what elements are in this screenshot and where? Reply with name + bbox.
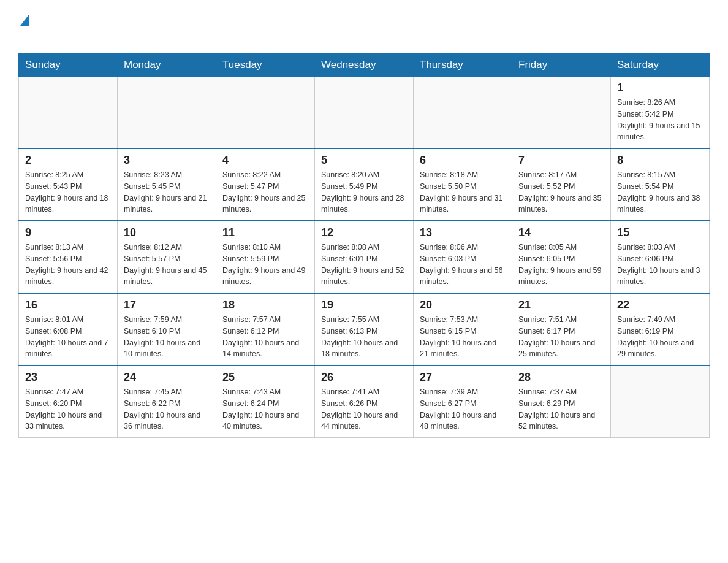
calendar-cell — [19, 77, 118, 149]
calendar-week-row: 16Sunrise: 8:01 AMSunset: 6:08 PMDayligh… — [19, 293, 710, 366]
day-of-week-header: Saturday — [611, 54, 710, 77]
calendar-cell: 9Sunrise: 8:13 AMSunset: 5:56 PMDaylight… — [19, 221, 118, 293]
day-number: 25 — [222, 371, 308, 384]
calendar-cell — [611, 366, 710, 438]
day-info: Sunrise: 8:18 AMSunset: 5:50 PMDaylight:… — [420, 169, 506, 215]
calendar-cell — [216, 77, 315, 149]
calendar-cell: 5Sunrise: 8:20 AMSunset: 5:49 PMDaylight… — [315, 148, 414, 221]
day-info: Sunrise: 8:13 AMSunset: 5:56 PMDaylight:… — [25, 242, 111, 288]
calendar-cell: 14Sunrise: 8:05 AMSunset: 6:05 PMDayligh… — [512, 221, 611, 293]
day-of-week-header: Sunday — [19, 54, 118, 77]
day-number: 13 — [420, 226, 506, 239]
calendar-cell: 10Sunrise: 8:12 AMSunset: 5:57 PMDayligh… — [118, 221, 216, 293]
day-number: 18 — [222, 299, 308, 312]
day-of-week-header: Tuesday — [216, 54, 315, 77]
day-of-week-header: Thursday — [414, 54, 512, 77]
day-info: Sunrise: 7:37 AMSunset: 6:29 PMDaylight:… — [518, 386, 604, 432]
day-info: Sunrise: 8:26 AMSunset: 5:42 PMDaylight:… — [617, 97, 703, 143]
day-of-week-header: Monday — [118, 54, 216, 77]
page-header: General — [18, 12, 710, 42]
day-info: Sunrise: 8:17 AMSunset: 5:52 PMDaylight:… — [518, 169, 604, 215]
day-number: 21 — [518, 299, 604, 312]
calendar-week-row: 23Sunrise: 7:47 AMSunset: 6:20 PMDayligh… — [19, 366, 710, 438]
day-number: 26 — [321, 371, 407, 384]
calendar-cell: 19Sunrise: 7:55 AMSunset: 6:13 PMDayligh… — [315, 293, 414, 366]
calendar-cell: 13Sunrise: 8:06 AMSunset: 6:03 PMDayligh… — [414, 221, 512, 293]
day-number: 1 — [617, 82, 703, 94]
calendar-cell: 4Sunrise: 8:22 AMSunset: 5:47 PMDaylight… — [216, 148, 315, 221]
calendar-week-row: 9Sunrise: 8:13 AMSunset: 5:56 PMDaylight… — [19, 221, 710, 293]
calendar-cell — [414, 77, 512, 149]
day-number: 16 — [25, 299, 111, 312]
day-info: Sunrise: 8:03 AMSunset: 6:06 PMDaylight:… — [617, 242, 703, 288]
day-number: 28 — [518, 371, 604, 384]
day-info: Sunrise: 8:10 AMSunset: 5:59 PMDaylight:… — [222, 242, 308, 288]
calendar-cell: 23Sunrise: 7:47 AMSunset: 6:20 PMDayligh… — [19, 366, 118, 438]
day-info: Sunrise: 8:12 AMSunset: 5:57 PMDaylight:… — [124, 242, 210, 288]
calendar-table: SundayMondayTuesdayWednesdayThursdayFrid… — [18, 53, 710, 438]
day-info: Sunrise: 8:08 AMSunset: 6:01 PMDaylight:… — [321, 242, 407, 288]
day-info: Sunrise: 8:15 AMSunset: 5:54 PMDaylight:… — [617, 169, 703, 215]
day-info: Sunrise: 8:20 AMSunset: 5:49 PMDaylight:… — [321, 169, 407, 215]
day-info: Sunrise: 7:49 AMSunset: 6:19 PMDaylight:… — [617, 314, 703, 360]
calendar-cell: 3Sunrise: 8:23 AMSunset: 5:45 PMDaylight… — [118, 148, 216, 221]
day-info: Sunrise: 7:51 AMSunset: 6:17 PMDaylight:… — [518, 314, 604, 360]
day-info: Sunrise: 7:57 AMSunset: 6:12 PMDaylight:… — [222, 314, 308, 360]
day-number: 11 — [222, 226, 308, 239]
day-info: Sunrise: 7:39 AMSunset: 6:27 PMDaylight:… — [420, 386, 506, 432]
calendar-cell — [118, 77, 216, 149]
calendar-cell: 28Sunrise: 7:37 AMSunset: 6:29 PMDayligh… — [512, 366, 611, 438]
calendar-cell: 20Sunrise: 7:53 AMSunset: 6:15 PMDayligh… — [414, 293, 512, 366]
calendar-week-row: 1Sunrise: 8:26 AMSunset: 5:42 PMDaylight… — [19, 77, 710, 149]
calendar-cell: 24Sunrise: 7:45 AMSunset: 6:22 PMDayligh… — [118, 366, 216, 438]
calendar-cell: 26Sunrise: 7:41 AMSunset: 6:26 PMDayligh… — [315, 366, 414, 438]
calendar-cell: 12Sunrise: 8:08 AMSunset: 6:01 PMDayligh… — [315, 221, 414, 293]
day-of-week-header: Friday — [512, 54, 611, 77]
day-number: 8 — [617, 154, 703, 167]
calendar-cell: 17Sunrise: 7:59 AMSunset: 6:10 PMDayligh… — [118, 293, 216, 366]
day-info: Sunrise: 7:41 AMSunset: 6:26 PMDaylight:… — [321, 386, 407, 432]
calendar-cell: 16Sunrise: 8:01 AMSunset: 6:08 PMDayligh… — [19, 293, 118, 366]
calendar-cell: 2Sunrise: 8:25 AMSunset: 5:43 PMDaylight… — [19, 148, 118, 221]
calendar-cell: 18Sunrise: 7:57 AMSunset: 6:12 PMDayligh… — [216, 293, 315, 366]
day-number: 5 — [321, 154, 407, 167]
day-info: Sunrise: 8:23 AMSunset: 5:45 PMDaylight:… — [124, 169, 210, 215]
day-number: 4 — [222, 154, 308, 167]
day-number: 2 — [25, 154, 111, 167]
day-number: 10 — [124, 226, 210, 239]
day-info: Sunrise: 7:59 AMSunset: 6:10 PMDaylight:… — [124, 314, 210, 360]
day-info: Sunrise: 7:45 AMSunset: 6:22 PMDaylight:… — [124, 386, 210, 432]
day-number: 19 — [321, 299, 407, 312]
day-info: Sunrise: 7:53 AMSunset: 6:15 PMDaylight:… — [420, 314, 506, 360]
day-number: 23 — [25, 371, 111, 384]
day-info: Sunrise: 8:25 AMSunset: 5:43 PMDaylight:… — [25, 169, 111, 215]
calendar-cell: 25Sunrise: 7:43 AMSunset: 6:24 PMDayligh… — [216, 366, 315, 438]
day-number: 7 — [518, 154, 604, 167]
day-number: 17 — [124, 299, 210, 312]
calendar-cell — [315, 77, 414, 149]
day-number: 12 — [321, 226, 407, 239]
day-info: Sunrise: 7:43 AMSunset: 6:24 PMDaylight:… — [222, 386, 308, 432]
day-of-week-header: Wednesday — [315, 54, 414, 77]
calendar-cell: 8Sunrise: 8:15 AMSunset: 5:54 PMDaylight… — [611, 148, 710, 221]
logo: General — [18, 12, 79, 42]
calendar-header-row: SundayMondayTuesdayWednesdayThursdayFrid… — [19, 54, 710, 77]
calendar-week-row: 2Sunrise: 8:25 AMSunset: 5:43 PMDaylight… — [19, 148, 710, 221]
day-number: 27 — [420, 371, 506, 384]
day-number: 24 — [124, 371, 210, 384]
calendar-cell: 6Sunrise: 8:18 AMSunset: 5:50 PMDaylight… — [414, 148, 512, 221]
calendar-cell: 22Sunrise: 7:49 AMSunset: 6:19 PMDayligh… — [611, 293, 710, 366]
day-number: 14 — [518, 226, 604, 239]
calendar-cell: 11Sunrise: 8:10 AMSunset: 5:59 PMDayligh… — [216, 221, 315, 293]
calendar-cell: 27Sunrise: 7:39 AMSunset: 6:27 PMDayligh… — [414, 366, 512, 438]
day-number: 9 — [25, 226, 111, 239]
calendar-cell: 21Sunrise: 7:51 AMSunset: 6:17 PMDayligh… — [512, 293, 611, 366]
day-info: Sunrise: 7:47 AMSunset: 6:20 PMDaylight:… — [25, 386, 111, 432]
day-info: Sunrise: 8:01 AMSunset: 6:08 PMDaylight:… — [25, 314, 111, 360]
calendar-cell: 15Sunrise: 8:03 AMSunset: 6:06 PMDayligh… — [611, 221, 710, 293]
day-number: 3 — [124, 154, 210, 167]
day-info: Sunrise: 8:22 AMSunset: 5:47 PMDaylight:… — [222, 169, 308, 215]
calendar-cell — [512, 77, 611, 149]
day-info: Sunrise: 8:06 AMSunset: 6:03 PMDaylight:… — [420, 242, 506, 288]
day-number: 15 — [617, 226, 703, 239]
